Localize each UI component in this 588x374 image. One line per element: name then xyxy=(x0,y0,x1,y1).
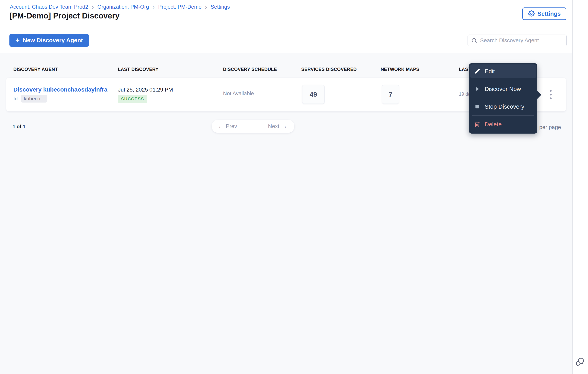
network-maps-count: 7 xyxy=(382,85,399,104)
row-context-menu: Edit Discover Now Stop Discovery xyxy=(469,63,537,134)
page-header: Account: Chaos Dev Team Prod2 › Organiza… xyxy=(0,0,572,28)
status-badge: SUCCESS xyxy=(118,95,147,103)
breadcrumb-separator: › xyxy=(152,4,155,10)
plus-icon: + xyxy=(15,37,20,43)
settings-button-label: Settings xyxy=(537,10,561,17)
main-panel: Account: Chaos Dev Team Prod2 › Organiza… xyxy=(0,0,573,374)
menu-item-delete[interactable]: Delete xyxy=(469,117,537,131)
menu-item-discover-now[interactable]: Discover Now xyxy=(469,82,537,96)
menu-divider xyxy=(472,115,534,116)
prev-label: Prev xyxy=(226,123,237,129)
arrow-left-icon: ← xyxy=(218,123,223,129)
new-discovery-agent-button[interactable]: + New Discovery Agent xyxy=(10,34,89,47)
play-icon xyxy=(474,86,480,92)
agent-id: Id: kubeco... xyxy=(13,95,47,103)
column-header-last-discovery: LAST DISCOVERY xyxy=(118,67,158,72)
next-page-button[interactable]: Next → xyxy=(261,120,294,133)
menu-item-stop-discovery-label: Stop Discovery xyxy=(485,103,524,110)
pagination-summary: 1 of 1 xyxy=(13,124,25,129)
discovery-schedule-value: Not Available xyxy=(223,91,254,97)
services-discovered-count: 49 xyxy=(302,85,325,104)
breadcrumb-project-link[interactable]: Project: PM-Demo xyxy=(158,4,202,10)
search-icon xyxy=(471,37,477,44)
support-chat-button[interactable] xyxy=(575,357,585,367)
agent-name-link[interactable]: Discovery kubeconchaosdayinfra xyxy=(13,86,107,93)
page-title: [PM-Demo] Project Discovery xyxy=(10,11,119,20)
column-header-network-maps: NETWORK MAPS xyxy=(381,67,419,72)
column-header-discovery-schedule: DISCOVERY SCHEDULE xyxy=(223,67,277,72)
menu-item-edit-label: Edit xyxy=(485,68,495,75)
breadcrumb-account-link[interactable]: Account: Chaos Dev Team Prod2 xyxy=(10,4,88,10)
gear-icon xyxy=(528,10,535,17)
search-input[interactable] xyxy=(480,37,563,44)
menu-item-discover-now-label: Discover Now xyxy=(485,86,521,92)
stop-icon xyxy=(474,104,480,110)
breadcrumb-separator: › xyxy=(205,4,208,10)
row-actions-kebab-button[interactable] xyxy=(544,85,557,104)
toolbar: + New Discovery Agent xyxy=(0,28,572,53)
kebab-icon xyxy=(550,90,552,92)
chat-bubbles-icon xyxy=(575,357,585,367)
column-header-services-discovered: SERVICES DISCOVERED xyxy=(301,67,357,72)
breadcrumb-settings-link[interactable]: Settings xyxy=(211,4,230,10)
menu-divider xyxy=(472,80,534,80)
column-header-discovery-agent: DISCOVERY AGENT xyxy=(13,67,58,72)
arrow-right-icon: → xyxy=(282,123,287,129)
trash-icon xyxy=(474,121,480,127)
breadcrumb-org-link[interactable]: Organization: PM-Org xyxy=(97,4,149,10)
agent-id-value: kubeco... xyxy=(21,95,47,103)
page-1-button[interactable]: 1 xyxy=(243,120,261,133)
settings-button[interactable]: Settings xyxy=(522,8,566,20)
menu-divider xyxy=(472,98,534,98)
breadcrumb-separator: › xyxy=(91,4,94,10)
per-page-label: per page xyxy=(539,124,561,130)
agent-id-label: Id: xyxy=(13,96,19,102)
right-gutter xyxy=(573,0,588,374)
pagination: ← Prev 1 Next → xyxy=(212,120,294,133)
menu-item-edit[interactable]: Edit xyxy=(470,64,536,78)
prev-page-button[interactable]: ← Prev xyxy=(212,120,243,133)
new-discovery-agent-label: New Discovery Agent xyxy=(23,37,83,44)
menu-item-delete-label: Delete xyxy=(485,121,502,128)
menu-item-stop-discovery[interactable]: Stop Discovery xyxy=(469,100,537,114)
search-box xyxy=(468,35,567,46)
breadcrumb: Account: Chaos Dev Team Prod2 › Organiza… xyxy=(10,4,230,10)
collapsed-nav-edge xyxy=(2,0,2,28)
next-label: Next xyxy=(268,123,279,129)
last-discovery-date: Jul 25, 2025 01:29 PM xyxy=(118,87,173,93)
pen-icon xyxy=(474,68,480,74)
